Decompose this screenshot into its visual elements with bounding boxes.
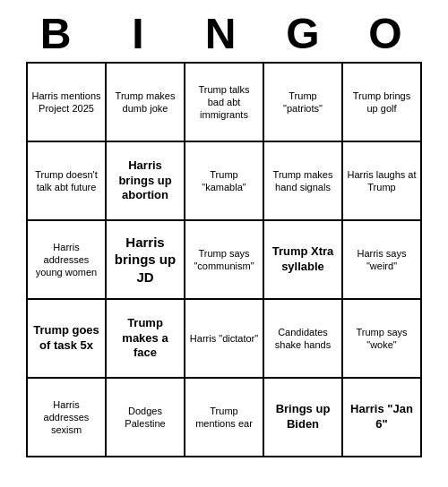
- bingo-cell-7[interactable]: Trump "kamabla": [185, 142, 264, 221]
- bingo-title: B I N G O: [18, 9, 430, 58]
- bingo-cell-1[interactable]: Trump makes dumb joke: [107, 64, 185, 142]
- letter-i: I: [102, 9, 181, 58]
- bingo-cell-6[interactable]: Harris brings up abortion: [107, 142, 185, 221]
- bingo-cell-13[interactable]: Trump Xtra syllable: [264, 221, 343, 300]
- letter-g: G: [267, 9, 346, 58]
- bingo-cell-23[interactable]: Brings up Biden: [264, 379, 343, 457]
- bingo-cell-14[interactable]: Harris says "weird": [343, 221, 422, 300]
- letter-n: N: [185, 9, 263, 58]
- bingo-cell-21[interactable]: Dodges Palestine: [107, 379, 185, 457]
- bingo-cell-4[interactable]: Trump brings up golf: [343, 64, 422, 142]
- bingo-cell-9[interactable]: Harris laughs at Trump: [343, 142, 422, 221]
- bingo-cell-24[interactable]: Harris "Jan 6": [343, 379, 422, 457]
- bingo-cell-3[interactable]: Trump "patriots": [264, 64, 343, 142]
- bingo-cell-0[interactable]: Harris mentions Project 2025: [28, 64, 107, 142]
- bingo-cell-10[interactable]: Harris addresses young women: [28, 221, 107, 300]
- bingo-cell-15[interactable]: Trump goes of task 5x: [28, 300, 107, 379]
- bingo-cell-16[interactable]: Trump makes a face: [107, 300, 185, 379]
- letter-b: B: [20, 9, 99, 58]
- bingo-cell-12[interactable]: Trump says "communism": [185, 221, 264, 300]
- bingo-grid: Harris mentions Project 2025Trump makes …: [26, 62, 422, 457]
- bingo-cell-18[interactable]: Candidates shake hands: [264, 300, 343, 379]
- bingo-cell-2[interactable]: Trump talks bad abt immigrants: [185, 64, 264, 142]
- letter-o: O: [349, 9, 428, 58]
- bingo-cell-22[interactable]: Trump mentions ear: [185, 379, 264, 457]
- bingo-cell-19[interactable]: Trump says "woke": [343, 300, 422, 379]
- bingo-cell-20[interactable]: Harris addresses sexism: [28, 379, 107, 457]
- bingo-cell-17[interactable]: Harris "dictator": [185, 300, 264, 379]
- bingo-cell-5[interactable]: Trump doesn't talk abt future: [28, 142, 107, 221]
- bingo-cell-11[interactable]: Harris brings up JD: [107, 221, 185, 300]
- bingo-cell-8[interactable]: Trump makes hand signals: [264, 142, 343, 221]
